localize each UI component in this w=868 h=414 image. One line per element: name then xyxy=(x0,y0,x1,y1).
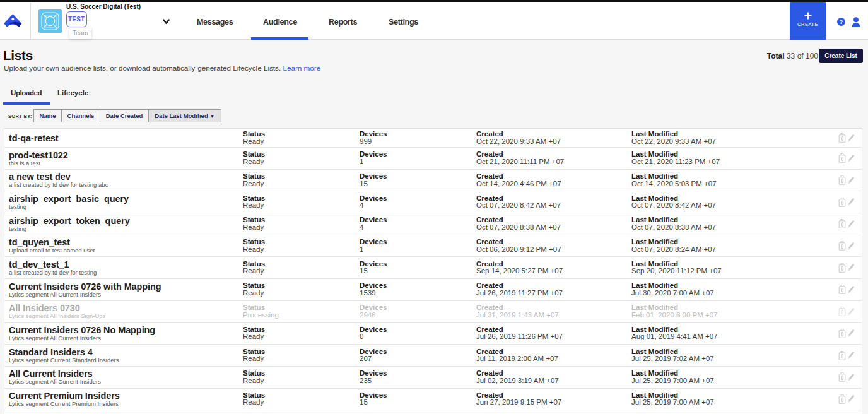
svg-text:?: ? xyxy=(840,19,843,25)
